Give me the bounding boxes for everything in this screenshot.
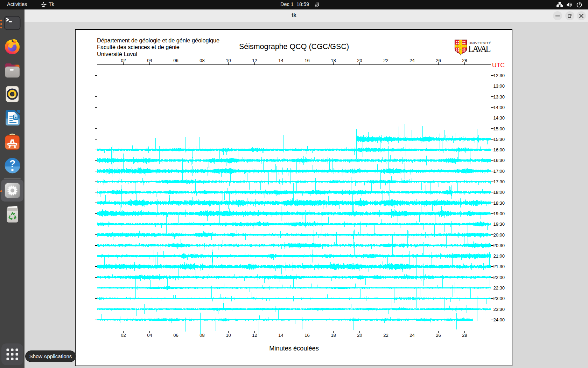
svg-text:17:30: 17:30: [493, 179, 505, 184]
svg-text:10: 10: [226, 58, 231, 63]
svg-text:23:30: 23:30: [493, 307, 505, 312]
svg-text:17:00: 17:00: [493, 169, 505, 174]
svg-text:24: 24: [410, 58, 414, 63]
svg-text:22: 22: [383, 333, 388, 338]
svg-text:?: ?: [9, 158, 16, 169]
svg-text:15:00: 15:00: [493, 126, 505, 131]
svg-text:18: 18: [331, 58, 336, 63]
svg-text:06: 06: [173, 58, 178, 63]
svg-text:15:30: 15:30: [493, 137, 505, 142]
svg-text:18:30: 18:30: [493, 200, 505, 206]
svg-text:04: 04: [147, 333, 152, 338]
svg-text:22: 22: [383, 58, 388, 63]
svg-text:06: 06: [173, 333, 178, 338]
svg-text:20:00: 20:00: [493, 232, 505, 238]
svg-text:UTC: UTC: [492, 62, 505, 69]
svg-text:02: 02: [121, 333, 126, 338]
svg-text:19:30: 19:30: [493, 222, 505, 227]
svg-text:12:30: 12:30: [493, 73, 505, 78]
svg-text:16: 16: [304, 333, 309, 338]
svg-text:18: 18: [331, 333, 336, 338]
svg-text:12: 12: [252, 333, 257, 338]
svg-text:14: 14: [278, 58, 283, 63]
svg-text:16:30: 16:30: [493, 158, 505, 163]
svg-text:12: 12: [252, 58, 257, 63]
svg-text:14:00: 14:00: [493, 105, 505, 110]
svg-text:22:30: 22:30: [493, 285, 505, 291]
svg-text:26: 26: [436, 58, 441, 63]
svg-text:16: 16: [304, 58, 309, 63]
svg-text:21:00: 21:00: [493, 253, 505, 259]
svg-text:14:30: 14:30: [493, 115, 505, 121]
svg-text:13:00: 13:00: [493, 83, 505, 89]
svg-text:08: 08: [200, 58, 204, 63]
svg-text:20: 20: [357, 333, 362, 338]
svg-text:24: 24: [410, 333, 414, 338]
svg-text:24:00: 24:00: [493, 317, 505, 322]
svg-text:14: 14: [278, 333, 283, 338]
svg-text:02: 02: [121, 58, 126, 63]
svg-text:23:00: 23:00: [493, 296, 505, 301]
svg-text:26: 26: [436, 333, 441, 338]
svg-text:20:30: 20:30: [493, 243, 505, 248]
svg-text:28: 28: [462, 333, 467, 338]
svg-text:13:30: 13:30: [493, 94, 505, 100]
svg-text:16:00: 16:00: [493, 147, 505, 152]
svg-text:22:00: 22:00: [493, 275, 505, 280]
svg-text:28: 28: [462, 58, 467, 63]
svg-text:10: 10: [226, 333, 231, 338]
svg-text:04: 04: [147, 58, 152, 63]
svg-text:18:00: 18:00: [493, 190, 505, 195]
svg-text:19:00: 19:00: [493, 211, 505, 216]
svg-text:20: 20: [357, 58, 362, 63]
svg-text:21:30: 21:30: [493, 264, 505, 269]
